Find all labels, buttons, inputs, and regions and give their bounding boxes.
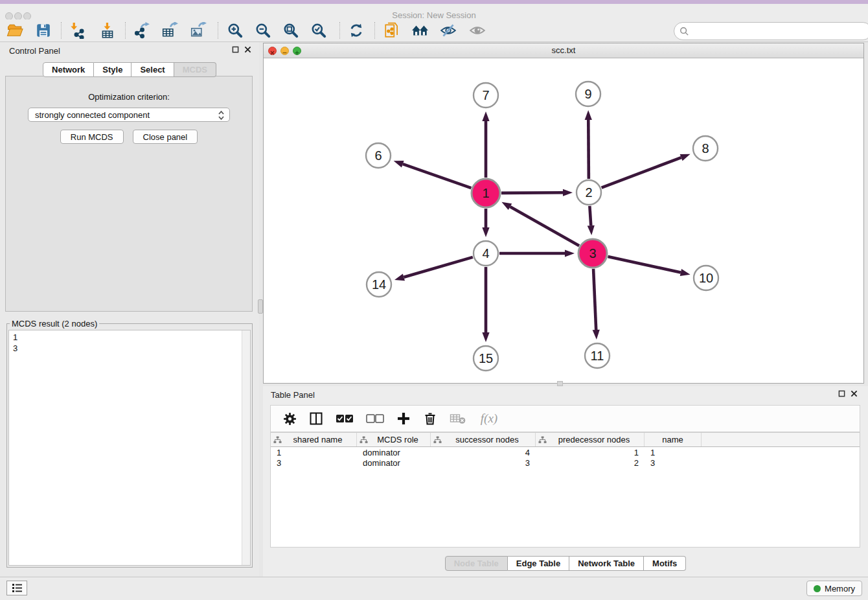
search-input[interactable] bbox=[693, 26, 866, 37]
toolbar-separator bbox=[218, 22, 218, 39]
edge-1-2[interactable] bbox=[501, 192, 563, 193]
columns-icon bbox=[309, 411, 323, 426]
cell-MCDS-role[interactable]: dominator bbox=[357, 458, 431, 468]
cell-predecessor-nodes[interactable]: 2 bbox=[536, 458, 645, 468]
cell-predecessor-nodes[interactable]: 1 bbox=[536, 448, 645, 457]
edge-3-1[interactable] bbox=[510, 207, 579, 246]
network-window-titlebar[interactable]: scc.txt bbox=[264, 43, 863, 58]
hide-selected-button[interactable] bbox=[437, 21, 460, 40]
export-image-button[interactable] bbox=[187, 21, 210, 40]
tab-mcds[interactable]: MCDS bbox=[174, 62, 216, 77]
node-label-9: 9 bbox=[584, 87, 591, 101]
zoom-fit-button[interactable] bbox=[279, 21, 303, 40]
cell-successor-nodes[interactable]: 3 bbox=[431, 458, 536, 468]
show-all-button[interactable] bbox=[466, 21, 489, 40]
floppy-disk-icon bbox=[36, 23, 51, 38]
cell-name[interactable]: 3 bbox=[645, 458, 702, 468]
edge-2-3[interactable] bbox=[589, 206, 591, 225]
tab-network[interactable]: Network bbox=[43, 62, 94, 77]
edge-4-14[interactable] bbox=[404, 257, 472, 277]
edge-3-11[interactable] bbox=[593, 269, 596, 330]
result-scrollbar[interactable] bbox=[242, 330, 250, 565]
edge-2-8[interactable] bbox=[602, 157, 681, 187]
node-label-4: 4 bbox=[482, 246, 489, 260]
zoom-out-button[interactable] bbox=[251, 21, 275, 40]
table-tab-motifs[interactable]: Motifs bbox=[644, 556, 686, 571]
open-session-button[interactable] bbox=[3, 21, 27, 40]
show-columns-button[interactable] bbox=[308, 411, 324, 426]
refresh-icon bbox=[348, 22, 365, 39]
delete-columns-button[interactable] bbox=[422, 411, 438, 426]
cell-MCDS-role[interactable]: dominator bbox=[357, 448, 431, 457]
import-network-button[interactable] bbox=[65, 21, 88, 40]
new-network-from-selection-button[interactable] bbox=[380, 21, 404, 40]
table-row[interactable]: 1dominator411 bbox=[271, 447, 860, 457]
edge-arrowhead-2-3 bbox=[588, 225, 595, 235]
optimization-criterion-label: Optimization criterion: bbox=[6, 92, 252, 102]
close-panel-button[interactable] bbox=[244, 46, 251, 53]
zoom-in-button[interactable] bbox=[223, 21, 247, 40]
eye-slash-icon bbox=[439, 22, 457, 39]
first-neighbors-button[interactable] bbox=[409, 21, 432, 40]
attribute-type-icon bbox=[433, 436, 442, 444]
table-tab-node-table[interactable]: Node Table bbox=[445, 556, 508, 571]
titlebar: Session: New Session bbox=[0, 4, 868, 19]
network-canvas[interactable]: 7968124314101511 bbox=[264, 58, 863, 383]
list-icon bbox=[12, 583, 23, 593]
cell-successor-nodes[interactable]: 4 bbox=[431, 448, 536, 457]
column-header-MCDS-role[interactable]: MCDS role bbox=[357, 433, 431, 446]
cell-shared-name[interactable]: 1 bbox=[271, 448, 357, 457]
table-tab-network-table[interactable]: Network Table bbox=[569, 556, 644, 571]
apply-layout-button[interactable] bbox=[345, 21, 368, 40]
tab-select[interactable]: Select bbox=[131, 62, 174, 77]
network-table-splitter-handle[interactable] bbox=[557, 381, 563, 386]
edge-2-9[interactable] bbox=[588, 120, 589, 179]
run-mcds-button[interactable]: Run MCDS bbox=[60, 130, 124, 144]
mcds-result-group: MCDS result (2 nodes) 1 3 bbox=[6, 319, 253, 568]
column-header-predecessor-nodes[interactable]: predecessor nodes bbox=[536, 433, 645, 446]
search-box bbox=[674, 22, 868, 40]
close-table-panel-button[interactable] bbox=[851, 390, 858, 397]
cell-name[interactable]: 1 bbox=[645, 448, 702, 457]
edge-arrowhead-2-9 bbox=[585, 110, 592, 120]
delete-table-icon bbox=[450, 412, 466, 425]
close-mcds-panel-button[interactable]: Close panel bbox=[133, 130, 198, 144]
select-all-rows-button[interactable] bbox=[335, 411, 354, 426]
save-session-button[interactable] bbox=[32, 21, 55, 40]
node-label-15: 15 bbox=[479, 351, 493, 365]
delete-table-button[interactable] bbox=[449, 411, 467, 426]
node-label-2: 2 bbox=[585, 185, 592, 200]
table-row[interactable]: 3dominator323 bbox=[271, 457, 860, 468]
edge-3-10[interactable] bbox=[608, 257, 680, 272]
tab-style[interactable]: Style bbox=[94, 62, 131, 77]
show-panels-button[interactable] bbox=[6, 581, 27, 595]
float-table-panel-button[interactable] bbox=[838, 390, 845, 397]
toolbar-separator bbox=[374, 22, 375, 39]
table-settings-button[interactable] bbox=[282, 411, 297, 426]
criterion-dropdown[interactable]: strongly connected component bbox=[28, 108, 230, 122]
mcds-result-list[interactable]: 1 3 bbox=[8, 330, 251, 566]
edge-1-6[interactable] bbox=[403, 164, 472, 188]
export-table-button[interactable] bbox=[158, 21, 181, 40]
zoom-in-icon bbox=[227, 22, 244, 39]
import-table-button[interactable] bbox=[96, 21, 119, 40]
add-column-button[interactable] bbox=[396, 411, 411, 426]
memory-button[interactable]: Memory bbox=[806, 581, 862, 596]
status-bar: Memory bbox=[0, 577, 868, 600]
panel-splitter-handle[interactable] bbox=[258, 299, 263, 314]
plus-icon bbox=[396, 411, 411, 426]
export-network-button[interactable] bbox=[130, 21, 154, 40]
deselect-all-rows-button[interactable] bbox=[365, 411, 385, 426]
criterion-dropdown-value: strongly connected component bbox=[35, 110, 150, 120]
cell-shared-name[interactable]: 3 bbox=[271, 458, 357, 468]
column-header-successor-nodes[interactable]: successor nodes bbox=[431, 433, 536, 446]
document-network-icon bbox=[383, 22, 400, 39]
column-header-shared-name[interactable]: shared name bbox=[271, 433, 357, 446]
table-tab-edge-table[interactable]: Edge Table bbox=[508, 556, 569, 571]
function-builder-button[interactable]: f(x) bbox=[478, 411, 500, 426]
float-panel-button[interactable] bbox=[232, 46, 239, 53]
column-header-name[interactable]: name bbox=[645, 433, 702, 446]
zoom-selected-button[interactable] bbox=[307, 21, 330, 40]
houses-icon bbox=[411, 22, 429, 39]
checked-boxes-icon bbox=[336, 413, 354, 424]
